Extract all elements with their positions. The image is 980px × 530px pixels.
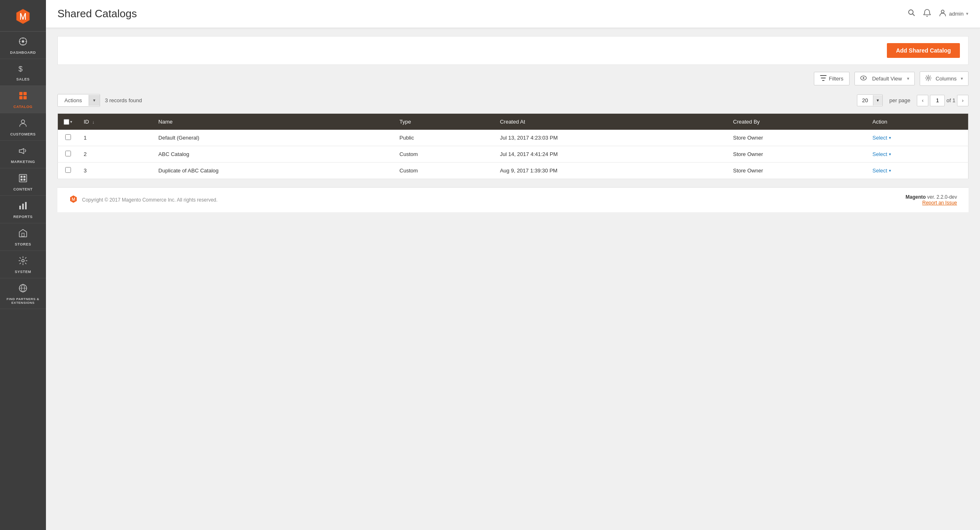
notifications-icon[interactable] bbox=[923, 9, 931, 19]
filters-button[interactable]: Filters bbox=[814, 72, 850, 85]
footer-left: Copyright © 2017 Magento Commerce Inc. A… bbox=[69, 195, 217, 206]
user-dropdown-icon: ▾ bbox=[966, 11, 969, 16]
select-all-column: ▾ bbox=[58, 114, 78, 130]
cell-name-0: Default (General) bbox=[153, 130, 394, 146]
row-checkbox-cell bbox=[58, 146, 78, 163]
cell-name-1: ABC Catalog bbox=[153, 146, 394, 163]
footer-version: ver. 2.2.0-dev bbox=[927, 194, 957, 200]
cell-action-1: Select ▾ bbox=[867, 146, 969, 163]
page-number-input[interactable] bbox=[930, 95, 945, 106]
cell-created-at-1: Jul 14, 2017 4:41:24 PM bbox=[494, 146, 727, 163]
row-checkbox-0[interactable] bbox=[65, 134, 71, 140]
th-id: ID ↓ bbox=[78, 114, 153, 130]
cell-created-by-0: Store Owner bbox=[727, 130, 867, 146]
default-view-label: Default View bbox=[870, 76, 905, 82]
toolbar-right: 20 ▾ per page ‹ of 1 › bbox=[857, 94, 969, 106]
sidebar-item-system[interactable]: System bbox=[0, 251, 46, 278]
cell-type-2: Custom bbox=[394, 163, 494, 179]
find-partners-icon bbox=[18, 283, 28, 296]
per-page-label: per page bbox=[886, 97, 914, 103]
cell-id-2: 3 bbox=[78, 163, 153, 179]
cell-name-2: Duplicate of ABC Catalog bbox=[153, 163, 394, 179]
header-user-menu[interactable]: admin ▾ bbox=[939, 9, 969, 19]
stores-icon bbox=[18, 228, 28, 241]
search-icon[interactable] bbox=[907, 9, 916, 19]
gear-icon bbox=[925, 75, 932, 83]
actions-label: Actions bbox=[58, 94, 89, 106]
sidebar-item-label: Reports bbox=[13, 215, 32, 219]
filter-icon bbox=[820, 75, 827, 82]
actions-dropdown-arrow[interactable]: ▾ bbox=[89, 95, 100, 106]
sidebar-item-label: Find Partners & Extensions bbox=[2, 297, 44, 305]
report-issue-link[interactable]: Report an Issue bbox=[906, 200, 957, 206]
row-checkbox-cell bbox=[58, 130, 78, 146]
page-header: Shared Catalogs admin ▾ bbox=[46, 0, 980, 28]
pagination-prev[interactable]: ‹ bbox=[917, 95, 928, 106]
sidebar-item-sales[interactable]: $ Sales bbox=[0, 59, 46, 86]
main-content: Shared Catalogs admin ▾ bbox=[46, 0, 980, 530]
marketing-icon bbox=[18, 146, 28, 158]
svg-rect-12 bbox=[23, 179, 25, 181]
cell-action-0: Select ▾ bbox=[867, 130, 969, 146]
svg-point-22 bbox=[863, 77, 864, 79]
sidebar-item-stores[interactable]: Stores bbox=[0, 223, 46, 251]
sidebar-item-find-partners[interactable]: Find Partners & Extensions bbox=[0, 278, 46, 309]
th-action: Action bbox=[867, 114, 969, 130]
page-body: Add Shared Catalog Filters Default View … bbox=[46, 28, 980, 530]
sales-icon: $ bbox=[18, 64, 27, 76]
reports-icon bbox=[18, 201, 28, 213]
svg-rect-6 bbox=[23, 96, 27, 99]
select-button-1[interactable]: Select ▾ bbox=[873, 151, 891, 157]
select-button-2[interactable]: Select ▾ bbox=[873, 167, 891, 174]
per-page-dropdown-arrow[interactable]: ▾ bbox=[873, 95, 882, 106]
th-name: Name bbox=[153, 114, 394, 130]
select-button-0[interactable]: Select ▾ bbox=[873, 135, 891, 141]
user-name: admin bbox=[949, 11, 964, 17]
sidebar-item-label: Sales bbox=[16, 77, 30, 81]
row-checkbox-2[interactable] bbox=[65, 167, 71, 173]
sidebar-item-catalog[interactable]: Catalog bbox=[0, 86, 46, 113]
data-table: ▾ ID ↓ Name Type Created At Created By A… bbox=[57, 113, 969, 179]
sidebar-item-label: Marketing bbox=[11, 160, 35, 164]
svg-rect-13 bbox=[19, 206, 21, 209]
sidebar-item-label: Customers bbox=[10, 132, 36, 136]
th-type: Type bbox=[394, 114, 494, 130]
sidebar-item-label: Catalog bbox=[14, 105, 33, 109]
svg-point-1 bbox=[22, 40, 24, 43]
per-page-value: 20 bbox=[857, 95, 873, 106]
records-found: 3 records found bbox=[105, 97, 142, 103]
footer-right: Magento ver. 2.2.0-dev Report an Issue bbox=[906, 194, 957, 206]
sidebar-item-label: Content bbox=[14, 187, 33, 191]
svg-rect-4 bbox=[23, 92, 27, 95]
sidebar-item-label: Stores bbox=[15, 242, 31, 246]
svg-point-19 bbox=[909, 10, 913, 14]
columns-button[interactable]: Columns ▾ bbox=[920, 71, 969, 86]
sidebar-navigation: Dashboard $ Sales Catalog Customers bbox=[0, 32, 46, 309]
user-icon bbox=[939, 9, 947, 19]
cell-type-0: Public bbox=[394, 130, 494, 146]
sidebar-logo bbox=[0, 0, 46, 32]
svg-point-17 bbox=[22, 259, 24, 262]
th-created-by: Created By bbox=[727, 114, 867, 130]
sidebar-item-customers[interactable]: Customers bbox=[0, 113, 46, 141]
svg-rect-11 bbox=[21, 179, 23, 181]
dashboard-icon bbox=[18, 37, 28, 49]
add-shared-catalog-button[interactable]: Add Shared Catalog bbox=[887, 43, 960, 58]
actions-dropdown: Actions ▾ bbox=[57, 94, 100, 107]
page-of: of 1 bbox=[946, 97, 955, 103]
row-checkbox-cell bbox=[58, 163, 78, 179]
sort-icon[interactable]: ↓ bbox=[92, 119, 95, 124]
sidebar-item-reports[interactable]: Reports bbox=[0, 196, 46, 223]
view-dropdown-icon: ▾ bbox=[907, 76, 909, 81]
sidebar-item-marketing[interactable]: Marketing bbox=[0, 141, 46, 168]
default-view-select[interactable]: Default View ▾ bbox=[854, 72, 915, 85]
top-bar: Add Shared Catalog bbox=[57, 36, 969, 65]
sidebar-item-content[interactable]: Content bbox=[0, 168, 46, 196]
svg-rect-10 bbox=[23, 176, 25, 178]
page-footer: Copyright © 2017 Magento Commerce Inc. A… bbox=[57, 187, 969, 212]
select-all-dropdown-icon[interactable]: ▾ bbox=[70, 119, 72, 124]
row-checkbox-1[interactable] bbox=[65, 151, 71, 156]
pagination-next[interactable]: › bbox=[957, 95, 969, 106]
select-all-checkbox[interactable] bbox=[64, 119, 69, 125]
sidebar-item-dashboard[interactable]: Dashboard bbox=[0, 32, 46, 59]
